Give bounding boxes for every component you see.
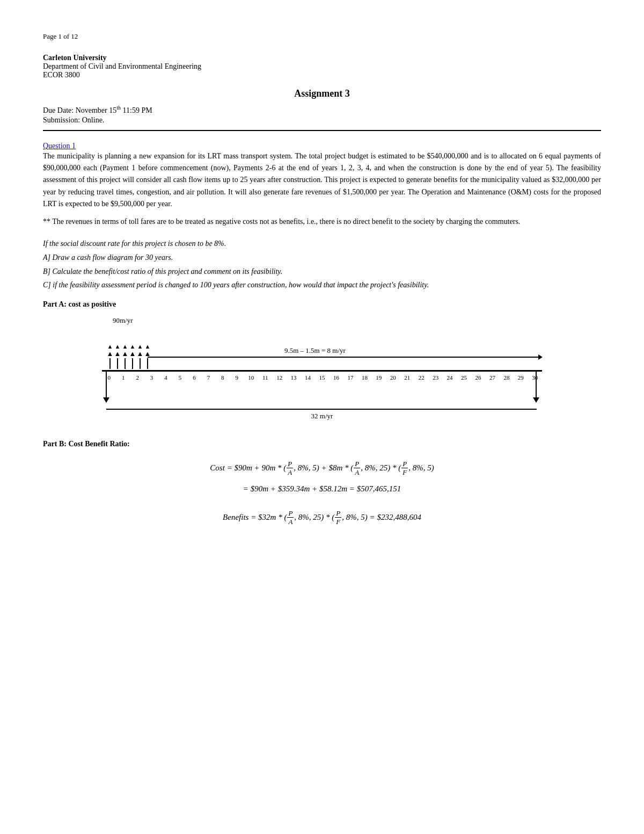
question1-block: Question 1 The municipality is planning … <box>43 142 601 228</box>
cash-flow-diagram: 90m/yr ▲ ▲ ▲ ▲ ▲ ▲ 9.5m – 1.5m = 8 m/yr … <box>102 316 542 424</box>
italic-line3: B] Calculate the benefit/cost ratio of t… <box>43 265 601 278</box>
cost-equation-block: Cost = $90m + 90m * (PA, 8%, 5) + $8m * … <box>43 459 601 498</box>
partB-title: Part B: Cost Benefit Ratio: <box>43 440 601 448</box>
page-number: Page 1 of 12 <box>43 32 601 41</box>
assignment-title: Assignment 3 <box>43 88 601 99</box>
question1-paragraph1: The municipality is planning a new expan… <box>43 150 601 211</box>
down-arrow-left <box>103 372 109 403</box>
partA-title: Part A: cost as positive <box>43 300 601 309</box>
submission-info: Submission: Online. <box>43 116 601 125</box>
diagram-area: ▲ ▲ ▲ ▲ ▲ ▲ 9.5m – 1.5m = 8 m/yr 012345 … <box>102 327 542 424</box>
timeline <box>102 370 542 372</box>
italic-line2: A] Draw a cash flow diagram for 30 years… <box>43 251 601 264</box>
divider <box>43 130 601 131</box>
university-name: Carleton University <box>43 54 601 62</box>
bottom-bar <box>106 409 537 410</box>
up-arrow-5: ▲ <box>137 343 143 369</box>
department-name: Department of Civil and Environmental En… <box>43 62 601 71</box>
question1-link[interactable]: Question 1 <box>43 142 76 150</box>
net-benefit-label: 9.5m – 1.5m = 8 m/yr <box>284 346 346 355</box>
net-benefit-arrow <box>148 357 539 358</box>
cost-equation-line2: = $90m + $359.34m + $58.12m = $507,465,1… <box>43 480 601 498</box>
up-arrow-3: ▲ <box>122 343 128 369</box>
up-arrows: ▲ ▲ ▲ ▲ ▲ ▲ <box>107 343 150 369</box>
down-arrow-right <box>533 372 539 403</box>
label-90myr: 90m/yr <box>113 316 542 325</box>
due-date: Due Date: November 15th 11:59 PM <box>43 105 601 115</box>
number-line: 012345 67891011 121314151617 18192021222… <box>102 374 542 381</box>
italic-line4: C] if the feasibility assessment period … <box>43 279 601 292</box>
up-arrow-6: ▲ <box>145 343 150 369</box>
header-block: Carleton University Department of Civil … <box>43 54 601 79</box>
up-arrow-2: ▲ <box>115 343 120 369</box>
italic-line1: If the social discount rate for this pro… <box>43 237 601 250</box>
label-32myr: 32 m/yr <box>102 412 542 420</box>
cost-equation-line1: Cost = $90m + 90m * (PA, 8%, 5) + $8m * … <box>43 459 601 477</box>
course-code: ECOR 3800 <box>43 71 601 79</box>
benefits-equation-line: Benefits = $32m * (PA, 8%, 25) * (PF, 8%… <box>43 509 601 526</box>
question1-paragraph2: ** The revenues in terms of toll fares a… <box>43 216 601 228</box>
italic-instructions: If the social discount rate for this pro… <box>43 237 601 292</box>
up-arrow-1: ▲ <box>107 343 113 369</box>
up-arrow-4: ▲ <box>130 343 135 369</box>
benefits-equation-block: Benefits = $32m * (PA, 8%, 25) * (PF, 8%… <box>43 509 601 526</box>
